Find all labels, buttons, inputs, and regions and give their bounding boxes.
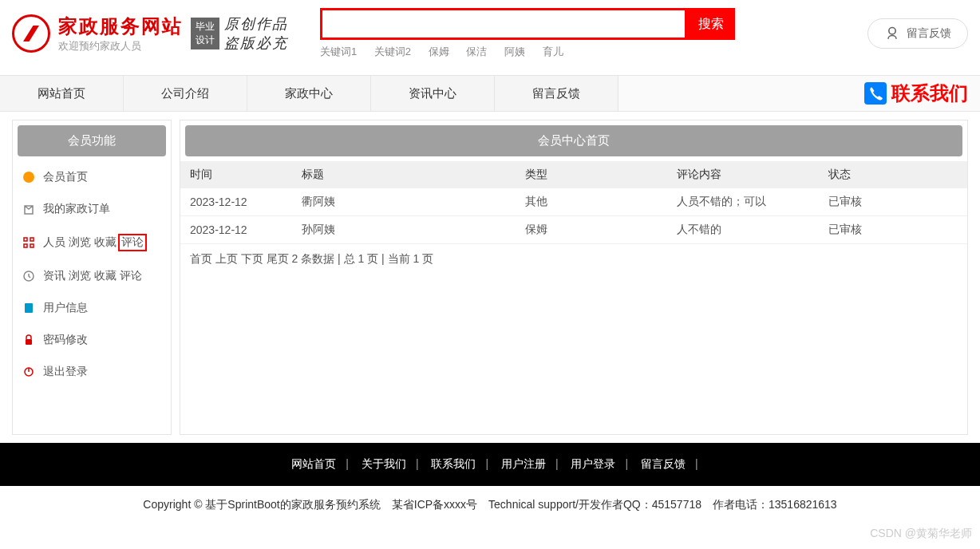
keyword-link[interactable]: 关键词2 [374,45,411,57]
doc-icon [22,302,35,314]
sidebar-item-logout[interactable]: 退出登录 [13,356,171,388]
nav-home[interactable]: 网站首页 [0,76,124,111]
phone-icon [864,82,887,105]
keyword-link[interactable]: 育儿 [543,45,563,57]
logo-title: 家政服务网站 [58,14,183,39]
th-comment: 评论内容 [667,161,819,188]
svg-point-0 [889,28,895,34]
nav-feedback[interactable]: 留言反馈 [495,76,618,111]
footer-link[interactable]: 留言反馈 [641,457,686,470]
copyright: Copyright © 基于SprintBoot的家政服务预约系统 某省ICP备… [0,486,980,524]
pagination[interactable]: 首页 上页 下页 尾页 2 条数据 | 总 1 页 | 当前 1 页 [180,244,967,274]
sidebar-item-home[interactable]: 会员首页 [13,161,171,193]
order-icon [22,203,35,215]
sidebar-item-orders[interactable]: 我的家政订单 [13,193,171,225]
contact-us[interactable]: 联系我们 [864,81,980,106]
svg-rect-5 [30,244,34,247]
svg-rect-2 [24,238,27,241]
footer-link[interactable]: 用户注册 [501,457,546,470]
nav-center[interactable]: 家政中心 [247,76,371,111]
script-text: 原创作品 盗版必充 [224,14,288,53]
nav-about[interactable]: 公司介绍 [124,76,247,111]
svg-rect-4 [24,244,27,247]
content-title: 会员中心首页 [185,125,962,156]
badge-area: 毕业 设计 原创作品 盗版必充 [191,14,288,53]
table-row: 2023-12-12 孙阿姨 保姆 人不错的 已审核 [180,216,967,244]
design-badge: 毕业 设计 [191,18,219,49]
th-time: 时间 [180,161,292,188]
footer-link[interactable]: 联系我们 [431,457,476,470]
th-status: 状态 [819,161,967,188]
sidebar-title: 会员功能 [18,125,166,156]
clock-icon [22,270,35,282]
sidebar-item-news-comment[interactable]: 资讯 浏览 收藏 评论 [13,260,171,292]
th-type: 类型 [516,161,667,188]
footer: 网站首页| 关于我们| 联系我们| 用户注册| 用户登录| 留言反馈| [0,443,980,486]
search-button[interactable]: 搜索 [687,8,735,40]
table-row: 2023-12-12 衢阿姨 其他 人员不错的；可以 已审核 [180,188,967,216]
footer-link[interactable]: 关于我们 [362,457,406,470]
logo-icon [12,14,50,53]
home-icon [22,171,35,184]
keyword-link[interactable]: 保洁 [466,45,487,57]
sidebar-item-staff-comment[interactable]: 人员 浏览 收藏 评论 [13,225,171,260]
footer-link[interactable]: 用户登录 [571,457,615,470]
svg-rect-3 [30,238,34,241]
search-input[interactable] [320,8,687,40]
sidebar-item-userinfo[interactable]: 用户信息 [13,292,171,324]
grid-icon [22,236,35,249]
svg-point-1 [23,172,34,183]
svg-rect-8 [26,339,32,345]
th-title: 标题 [292,161,516,188]
keywords-list: 关键词1 关键词2 保姆 保洁 阿姨 育儿 [320,45,735,59]
feedback-button[interactable]: 留言反馈 [867,18,968,49]
keyword-link[interactable]: 保姆 [429,45,449,57]
highlighted-tab: 评论 [118,234,147,251]
logo-subtitle: 欢迎预约家政人员 [58,39,183,53]
logo: 家政服务网站 欢迎预约家政人员 [12,14,183,53]
footer-link[interactable]: 网站首页 [291,457,336,470]
nav-news[interactable]: 资讯中心 [371,76,495,111]
keyword-link[interactable]: 阿姨 [504,45,525,57]
sidebar-item-password[interactable]: 密码修改 [13,324,171,356]
power-icon [22,365,35,378]
data-table: 时间 标题 类型 评论内容 状态 2023-12-12 衢阿姨 其他 人员不错的… [180,161,967,244]
keyword-link[interactable]: 关键词1 [320,45,357,57]
lock-icon [22,334,35,346]
headset-icon [884,26,900,41]
svg-rect-7 [25,303,33,313]
